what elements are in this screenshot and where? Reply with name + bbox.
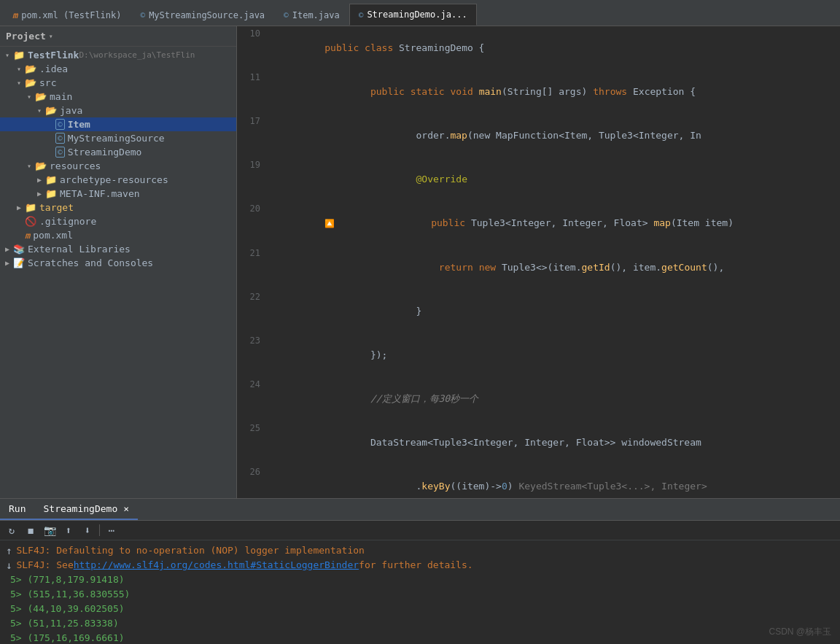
tab-item-java[interactable]: © Item.java [274, 4, 349, 26]
stop-button[interactable]: ◼ [23, 523, 38, 538]
code-line-20: 20 🔼 public Tuple3<Integer, Integer, Flo… [237, 201, 840, 246]
tab-label-pom: pom.xml (TestFlink) [21, 10, 121, 20]
bottom-tab-streaming-demo[interactable]: StreamingDemo × [34, 499, 138, 520]
tab-label-demo: StreamingDemo.ja... [367, 9, 467, 20]
tab-streaming-demo[interactable]: © StreamingDemo.ja... [349, 4, 477, 26]
scroll-up-button[interactable]: ⬆ [61, 523, 76, 538]
tree-item-testflink[interactable]: ▾ 📁 TestFlink D:\workspace_ja\TestFlin [0, 48, 236, 62]
tree-item-pomxml[interactable]: m pom.xml [0, 228, 236, 242]
tab-label-item: Item.java [292, 10, 340, 20]
console-data-2: 5> (515,11,36.830555) [10, 587, 130, 602]
tree-label-ext: External Libraries [28, 244, 131, 255]
screenshot-button[interactable]: 📷 [42, 523, 57, 538]
expand-arrow: ▾ [3, 51, 12, 59]
toolbar-separator [99, 524, 100, 536]
res-folder-icon-archetype: 📁 [45, 174, 57, 185]
java-file-icon-mystreaming: © [55, 133, 65, 144]
bottom-toolbar: ↻ ◼ 📷 ⬆ ⬇ ⋯ [0, 521, 840, 540]
tree-item-external-libs[interactable]: ▶ 📚 External Libraries [0, 242, 236, 256]
console-data-3: 5> (44,10,39.602505) [10, 602, 125, 616]
bottom-tabs: Run StreamingDemo × [0, 499, 840, 521]
bottom-tab-run[interactable]: Run [0, 499, 34, 520]
sidebar-header: Project ▾ [0, 26, 236, 47]
console-line-4: 5> (515,11,36.830555) [6, 587, 834, 602]
tree-label-target: target [39, 202, 74, 213]
code-line-19: 19 @Override [237, 158, 840, 201]
tree-label-resources: resources [50, 160, 101, 171]
console-line-5: 5> (44,10,39.602505) [6, 602, 834, 616]
expand-arrow-resources: ▾ [25, 162, 34, 170]
tab-icon-c1: © [141, 10, 146, 20]
tree-item-java[interactable]: ▾ 📂 java [0, 104, 236, 117]
tree-label-metainf: META-INF.maven [60, 188, 140, 199]
console-text-slf4j-2: SLF4J: See [16, 558, 73, 573]
console-text-slf4j-1: SLF4J: Defaulting to no-operation (NOP) … [16, 543, 364, 558]
folder-icon-main: 📂 [35, 91, 47, 102]
tree-item-mystreaming[interactable]: © MyStreamingSource [0, 131, 236, 145]
tree-item-gitignore[interactable]: 🚫 .gitignore [0, 214, 236, 228]
tree-label-streamingdemo: StreamingDemo [68, 147, 142, 158]
java-file-icon-item: © [55, 119, 65, 130]
tree-label-scratch: Scratches and Consoles [28, 257, 153, 268]
code-line-17: 17 order.map(new MapFunction<Item, Tuple… [237, 114, 840, 158]
tab-bar: m pom.xml (TestFlink) © MyStreamingSourc… [0, 0, 840, 26]
watermark: CSDN @杨丰玉 [769, 626, 831, 638]
tab-icon-c3: © [359, 10, 364, 20]
console-line-1: ↑ SLF4J: Defaulting to no-operation (NOP… [6, 543, 834, 558]
tab-icon-c2: © [284, 10, 289, 20]
tree-item-main[interactable]: ▾ 📂 main [0, 90, 236, 104]
tree-item-item[interactable]: © Item [0, 117, 236, 131]
streaming-demo-label: StreamingDemo [43, 503, 117, 514]
sidebar-title: Project [6, 31, 46, 42]
tree-item-src[interactable]: ▾ 📂 src [0, 76, 236, 90]
main-layout: Project ▾ ▾ 📁 TestFlink D:\workspace_ja\… [0, 26, 840, 498]
tree-label-pomxml: pom.xml [33, 230, 73, 241]
project-icon: 📁 [13, 50, 25, 61]
console-line-2: ↓ SLF4J: See http://www.slf4j.org/codes.… [6, 558, 834, 573]
close-button[interactable]: × [123, 503, 129, 514]
rerun-button[interactable]: ↻ [4, 523, 19, 538]
tree-item-target[interactable]: ▶ 📁 target [0, 201, 236, 214]
scratch-icon: 📝 [13, 257, 25, 268]
chevron-down-icon[interactable]: ▾ [49, 32, 53, 40]
up-arrow-icon: ↑ [6, 543, 12, 558]
expand-arrow-archetype: ▶ [35, 176, 44, 184]
scroll-down-button[interactable]: ⬇ [80, 523, 95, 538]
slf4j-link[interactable]: http://www.slf4j.org/codes.html#StaticLo… [74, 558, 359, 573]
code-line-21: 21 return new Tuple3<>(item.getId(), ite… [237, 246, 840, 290]
code-line-10: 10 public class StreamingDemo { [237, 26, 840, 70]
expand-arrow-ext: ▶ [3, 245, 12, 253]
expand-arrow-metainf: ▶ [35, 190, 44, 198]
console-data-4: 5> (51,11,25.83338) [10, 616, 119, 631]
code-editor[interactable]: 10 public class StreamingDemo { 11 publi… [237, 26, 840, 498]
tab-label-streaming: MyStreamingSource.java [149, 10, 265, 20]
more-button[interactable]: ⋯ [104, 523, 119, 538]
tree-item-metainf[interactable]: ▶ 📁 META-INF.maven [0, 187, 236, 201]
tab-my-streaming[interactable]: © MyStreamingSource.java [131, 4, 275, 26]
tree-item-streamingdemo[interactable]: © StreamingDemo [0, 145, 236, 159]
tab-pom-xml[interactable]: m pom.xml (TestFlink) [3, 4, 131, 26]
console-output: ↑ SLF4J: Defaulting to no-operation (NOP… [0, 540, 840, 644]
tree-label-mystreaming: MyStreamingSource [68, 133, 165, 144]
tree-item-idea[interactable]: ▾ 📂 .idea [0, 62, 236, 76]
expand-arrow-scratch: ▶ [3, 259, 12, 267]
console-line-7: 5> (175,16,169.6661) [6, 631, 834, 644]
code-line-25: 25 DataStream<Tuple3<Integer, Integer, F… [237, 421, 840, 465]
tree-item-resources[interactable]: ▾ 📂 resources [0, 159, 236, 173]
console-data-1: 5> (771,8,179.91418) [10, 573, 125, 587]
folder-icon-idea: 📂 [25, 63, 36, 74]
tree-item-scratches[interactable]: ▶ 📝 Scratches and Consoles [0, 256, 236, 270]
code-lines: 10 public class StreamingDemo { 11 publi… [237, 26, 840, 498]
code-line-23: 23 }); [237, 333, 840, 377]
tree-item-archetype[interactable]: ▶ 📁 archetype-resources [0, 173, 236, 187]
tree-label-item: Item [68, 119, 90, 130]
tree-label-gitignore: .gitignore [39, 216, 96, 227]
java-file-icon-streamingdemo: © [55, 147, 65, 158]
folder-icon-metainf: 📁 [45, 188, 57, 199]
tree-label-java: java [60, 105, 82, 116]
tab-icon-m: m [12, 10, 18, 20]
sidebar: Project ▾ ▾ 📁 TestFlink D:\workspace_ja\… [0, 26, 237, 498]
git-file-icon: 🚫 [25, 216, 36, 227]
code-line-24: 24 //定义窗口，每30秒一个 [237, 377, 840, 421]
tree-label-idea: .idea [39, 63, 68, 74]
